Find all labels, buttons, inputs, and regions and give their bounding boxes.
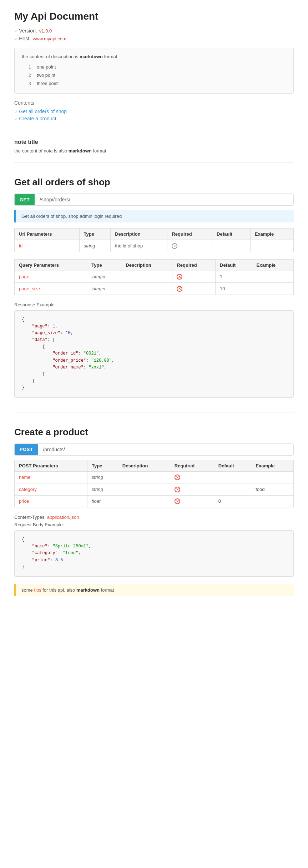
default-category — [214, 483, 251, 496]
contents-item-2: ○ Create a product — [14, 116, 294, 121]
required-page-size: ✕ — [172, 283, 216, 295]
required-id: ○ — [167, 240, 212, 252]
list-item: 2 two point — [25, 71, 286, 79]
col-example-p: Example — [251, 460, 294, 471]
param-page-size: page_size — [15, 283, 87, 295]
table-row: page integer ✕ 1 — [15, 271, 294, 283]
table-row: category string ✕ food — [15, 483, 294, 496]
col-required-q: Required — [172, 259, 216, 271]
type-string-name: string — [87, 471, 118, 483]
version-value: v1.0.0 — [39, 28, 52, 34]
table-row: price float ✕ 0 — [15, 495, 294, 507]
col-desc-q: Description — [121, 259, 172, 271]
param-page: page — [15, 271, 87, 283]
query-params-table: Query Parameters Type Description Requir… — [14, 259, 294, 295]
divider-1 — [14, 130, 294, 130]
method-row-post: POST /products/ — [14, 443, 294, 456]
description-list: 1 one point 2 two point 3 three point — [25, 63, 286, 87]
method-path-get: /shop//orders/ — [35, 194, 293, 205]
desc-category — [118, 483, 170, 496]
note-title: note title — [14, 139, 294, 145]
example-category: food — [251, 483, 294, 496]
x-icon: ✕ — [177, 274, 182, 280]
param-id: id — [15, 240, 80, 252]
note-section: note title the content of note is also m… — [14, 139, 294, 154]
description-box: the content of description is markdown f… — [14, 48, 294, 94]
x-icon: ✕ — [175, 487, 180, 492]
col-default-1: Default — [212, 229, 251, 240]
default-page: 1 — [216, 271, 252, 283]
method-badge-post: POST — [15, 444, 38, 455]
type-int-page: integer — [87, 271, 121, 283]
version-dot: ○ — [14, 28, 17, 33]
type-string-cat: string — [87, 483, 118, 496]
post-params-table: POST Parameters Type Description Require… — [14, 460, 294, 508]
contents-item-1: ○ Get all orders of shop — [14, 109, 294, 114]
x-icon: ✕ — [177, 286, 182, 292]
divider-3 — [14, 412, 294, 412]
param-name: name — [15, 471, 87, 483]
tips-box: some tips for this api, also markdown fo… — [14, 584, 294, 596]
required-price: ✕ — [170, 495, 214, 507]
col-uri-params: Uri Parameters — [15, 229, 80, 240]
response-code-block: { "page": 1, "page_size": 10, "data": [ … — [14, 310, 294, 398]
required-name: ✕ — [170, 471, 214, 483]
request-body-code-block: { "name": "Sprite 250ml", "category": "f… — [14, 530, 294, 577]
tips-word: tips — [34, 587, 41, 593]
col-required-1: Required — [167, 229, 212, 240]
col-type-1: Type — [79, 229, 111, 240]
contents-link-get-orders[interactable]: Get all orders of shop — [19, 109, 67, 114]
endpoint-title-get: Get all orders of shop — [14, 177, 294, 188]
host-label: Host: — [19, 36, 31, 41]
param-price: price — [15, 495, 87, 507]
col-desc-1: Description — [111, 229, 167, 240]
col-default-p: Default — [214, 460, 251, 471]
type-int-pagesize: integer — [87, 283, 121, 295]
content-type-row: Content-Types: application/json — [14, 515, 294, 520]
check-icon: ○ — [172, 243, 177, 249]
col-example-1: Example — [250, 229, 293, 240]
list-item: 1 one point — [25, 63, 286, 71]
table-row: page_size integer ✕ 10 — [15, 283, 294, 295]
method-path-post: /products/ — [38, 444, 293, 455]
table-row: id string the id of shop ○ — [15, 240, 294, 252]
desc-page-size — [121, 283, 172, 295]
col-desc-p: Description — [118, 460, 170, 471]
x-icon: ✕ — [175, 475, 180, 480]
param-category: category — [15, 483, 87, 496]
doc-title: My Api Document — [14, 11, 294, 22]
contents-link-create-product[interactable]: Create a product — [19, 116, 56, 121]
endpoint-create-product: Create a product POST /products/ POST Pa… — [14, 427, 294, 596]
endpoint-get-orders: Get all orders of shop GET /shop//orders… — [14, 177, 294, 398]
info-box-get: Get all orders of shop, shop admin login… — [14, 210, 294, 222]
example-page — [252, 271, 293, 283]
response-label: Response Example: — [14, 302, 294, 307]
method-badge-get: GET — [15, 194, 35, 205]
x-icon: ✕ — [175, 498, 180, 504]
desc-name — [118, 471, 170, 483]
version-row: ○ Version: v1.0.0 — [14, 28, 294, 34]
endpoint-title-post: Create a product — [14, 427, 294, 438]
default-page-size: 10 — [216, 283, 252, 295]
note-content: the content of note is also markdown for… — [14, 148, 294, 154]
col-post-params: POST Parameters — [15, 460, 87, 471]
host-row: ○ Host: www.myapi.com — [14, 36, 294, 41]
type-string: string — [79, 240, 111, 252]
content-type-value: application/json — [47, 515, 79, 520]
description-text: the content of description is markdown f… — [22, 54, 286, 59]
uri-params-table: Uri Parameters Type Description Required… — [14, 228, 294, 252]
type-float-price: float — [87, 495, 118, 507]
version-label: Version: — [19, 28, 37, 34]
example-id — [250, 240, 293, 252]
col-required-p: Required — [170, 460, 214, 471]
example-page-size — [252, 283, 293, 295]
host-value: www.myapi.com — [33, 36, 66, 41]
desc-id: the id of shop — [111, 240, 167, 252]
col-type-q: Type — [87, 259, 121, 271]
default-name — [214, 471, 251, 483]
col-type-p: Type — [87, 460, 118, 471]
required-page: ✕ — [172, 271, 216, 283]
desc-page — [121, 271, 172, 283]
col-default-q: Default — [216, 259, 252, 271]
col-query-params: Query Parameters — [15, 259, 87, 271]
